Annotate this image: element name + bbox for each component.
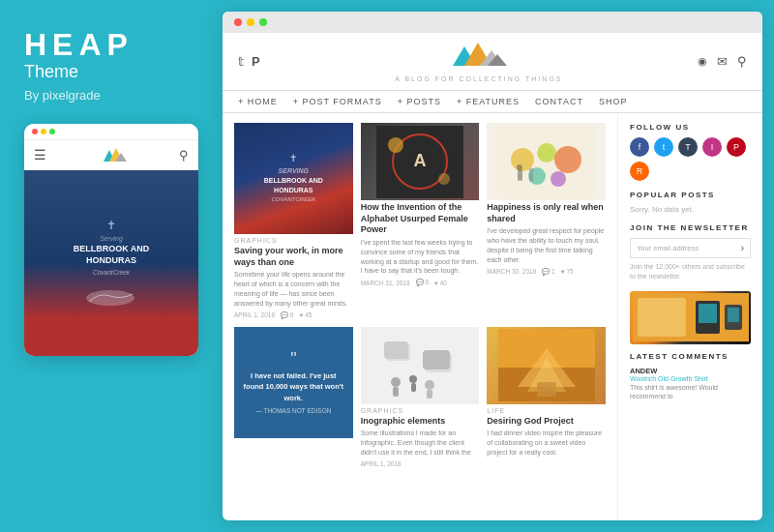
post-comments-icon: 💬 0 [281,311,293,319]
post-date: MARCH 30, 2018 [487,268,536,275]
logo-tagline: A BLOG FOR COLLECTING THINGS [395,75,562,82]
post-title[interactable]: Happiness is only real when shared [487,202,606,224]
svg-point-20 [517,164,522,170]
infographic-svg [376,329,463,401]
post-excerpt: I've spent the last few weeks trying to … [361,238,480,276]
post-meta: APRIL 1, 2018 [361,460,480,467]
post-image-infographic [361,327,480,404]
comment-item: ANDEW Woolrich Old Growth Shirt This shi… [630,367,751,400]
latest-comments-section: LATEST COMMENTS ANDEW Woolrich Old Growt… [630,352,751,400]
follow-instagram-icon[interactable]: I [702,137,722,157]
mail-icon[interactable]: ✉ [717,54,728,69]
svg-rect-31 [411,383,416,392]
follow-us-title: FOLLOW US [630,123,751,132]
newsletter-body-text: Join the 12,000+ others and subscribe to… [630,262,751,281]
chrome-dot-red [234,18,242,26]
mobile-mockup: ☰ ⚲ ✝ Serving BELLBROOK ANDHONDURAS Cova… [24,124,198,356]
svg-point-12 [438,173,450,185]
nav-post-formats[interactable]: + POST FORMATS [293,97,382,106]
desiringgod-svg [498,329,595,401]
newsletter-input-wrapper: Your email address › [630,238,751,258]
chrome-dot-yellow [247,18,254,26]
header-social-links: 𝕥 P [238,54,260,69]
svg-rect-29 [393,387,399,397]
post-card-infographic: GRAPHICS Inographic elements Some illust… [361,327,480,467]
mobile-logo-svg [100,146,127,163]
nav-posts[interactable]: + POSTS [398,97,441,106]
svg-rect-43 [699,304,717,323]
comment-post-link[interactable]: Woolrich Old Growth Shirt [630,375,751,382]
post-date: APRIL 1, 2018 [234,311,275,318]
logo-mountains-svg [445,41,513,70]
alphabet-svg: A [376,126,463,198]
posts-row-1: ✝ Serving BELLBROOK ANDHONDURAS CovantCr… [234,123,606,319]
post-card-desiringgod: LIFE Desiring God Project I had dinner v… [487,327,606,467]
svg-point-22 [528,167,533,172]
svg-point-11 [388,137,403,153]
blog-sidebar: FOLLOW US f t T I P R POPULAR POSTS Sorr… [617,113,762,520]
nav-contact[interactable]: CONTACT [535,97,583,106]
post-title[interactable]: Saving your work, in more ways than one [234,246,353,268]
svg-point-16 [554,146,581,173]
newsletter-title: JOIN THE NEWSLETTER [630,223,751,232]
posts-area: ✝ Serving BELLBROOK ANDHONDURAS CovantCr… [223,113,617,520]
mobile-map-svg [84,284,137,306]
mobile-featured-image: ✝ Serving BELLBROOK ANDHONDURAS CovantCr… [24,170,198,356]
post-meta: MARCH 31, 2018 💬 0 ♥ 40 [361,279,480,286]
svg-point-14 [511,148,534,171]
svg-point-18 [551,171,566,187]
svg-rect-44 [728,308,739,322]
mobile-dot-yellow [41,129,46,134]
newsletter-submit-icon[interactable]: › [741,243,744,253]
post-title[interactable]: Inographic elements [361,416,480,428]
left-panel: HEAP Theme By pixelgrade ☰ ⚲ ✝ [0,0,223,532]
mobile-window-dots [32,129,55,134]
follow-rss-icon[interactable]: R [630,162,649,181]
quote-author: — THOMAS NOT EDISON [255,407,331,414]
mobile-logo [100,146,127,163]
nav-shop[interactable]: SHOP [599,97,628,106]
post-comments: 💬 1 [542,268,554,276]
brand-subtitle: Theme [24,62,78,82]
chrome-dot-green [259,18,267,26]
post-category: GRAPHICS [234,237,353,244]
post-image-desiringgod [487,327,606,404]
rss-icon[interactable]: ◉ [698,55,707,68]
svg-rect-19 [518,169,522,181]
sidebar-product-image [630,291,751,344]
mobile-nav: ☰ ⚲ [24,140,198,170]
follow-facebook-icon[interactable]: f [630,137,649,157]
svg-point-30 [409,375,417,383]
post-meta: APRIL 1, 2018 💬 0 ♥ 45 [234,311,353,319]
popular-posts-empty: Sorry. No data yet. [630,205,751,214]
pinterest-icon[interactable]: P [252,54,260,69]
follow-twitter-icon[interactable]: t [654,137,673,157]
post-category: GRAPHICS [361,407,480,414]
twitter-icon[interactable]: 𝕥 [238,54,244,69]
post-title[interactable]: How the Invention of the Alphabet Usurpe… [361,202,480,236]
svg-point-15 [537,143,556,163]
post-card-bellbrook: ✝ Serving BELLBROOK ANDHONDURAS CovantCr… [234,123,353,319]
svg-rect-21 [529,172,533,182]
svg-rect-38 [537,382,556,397]
post-excerpt: Sometime your life opens around the hear… [234,270,353,308]
follow-tumblr-icon[interactable]: T [678,137,698,157]
post-image-alphabet: A [361,123,480,200]
nav-home[interactable]: + HOME [238,97,278,106]
cross-icon: ✝ [289,153,297,163]
happiness-svg [498,126,595,198]
hamburger-icon[interactable]: ☰ [34,147,46,163]
mobile-dot-red [32,129,38,134]
mobile-search-icon[interactable]: ⚲ [179,148,189,163]
brand-byline: By pixelgrade [24,88,101,103]
follow-pinterest-icon[interactable]: P [727,137,746,157]
quote-mark: " [290,350,296,368]
post-image-happiness [487,123,606,200]
post-title[interactable]: Desiring God Project [487,416,606,428]
mobile-top-bar [24,124,198,140]
post-likes: ♥ 75 [561,268,574,275]
newsletter-placeholder[interactable]: Your email address [637,244,699,252]
posts-row-2: " I have not failed. I've just found 10,… [234,327,606,467]
search-icon[interactable]: ⚲ [737,54,747,69]
nav-features[interactable]: + FEATURES [457,97,520,106]
